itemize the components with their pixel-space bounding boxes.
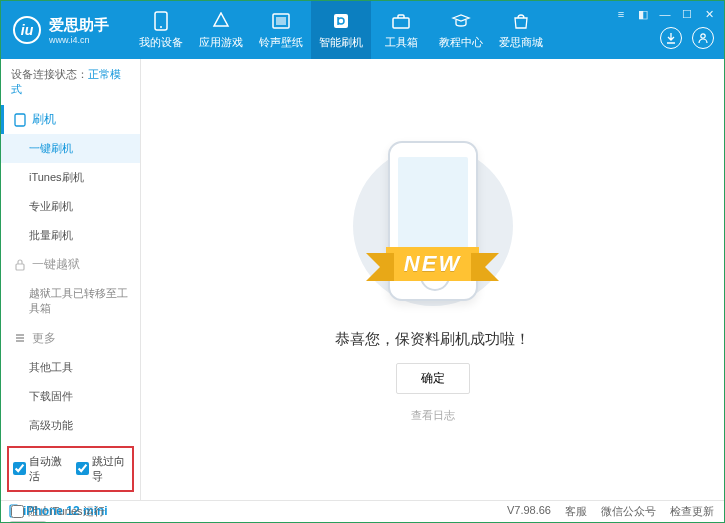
tab-flash[interactable]: 智能刷机 — [311, 1, 371, 59]
nav-tabs: 我的设备 应用游戏 铃声壁纸 智能刷机 工具箱 教程中心 爱思商城 — [131, 1, 551, 59]
phone-small-icon — [14, 113, 26, 127]
success-illustration: NEW — [343, 136, 523, 316]
tab-label: 智能刷机 — [319, 35, 363, 50]
phone-icon — [151, 11, 171, 31]
list-icon — [14, 332, 26, 344]
tutorial-icon — [451, 11, 471, 31]
maximize-icon[interactable]: ☐ — [680, 7, 694, 21]
sidebar-item-pro[interactable]: 专业刷机 — [1, 192, 140, 221]
menu-icon[interactable]: ≡ — [614, 7, 628, 21]
svg-point-1 — [160, 26, 162, 28]
conn-label: 设备连接状态： — [11, 68, 88, 80]
wechat-link[interactable]: 微信公众号 — [601, 504, 656, 519]
main-content: NEW 恭喜您，保资料刷机成功啦！ 确定 查看日志 — [141, 59, 724, 500]
tab-tutorial[interactable]: 教程中心 — [431, 1, 491, 59]
app-url: www.i4.cn — [49, 35, 109, 45]
store-icon — [511, 11, 531, 31]
options-row: 自动激活 跳过向导 — [7, 446, 134, 492]
auto-activate-checkbox[interactable]: 自动激活 — [13, 454, 66, 484]
svg-point-6 — [701, 34, 705, 38]
header-actions — [660, 27, 714, 49]
tab-label: 铃声壁纸 — [259, 35, 303, 50]
svg-rect-4 — [334, 14, 348, 28]
version-label: V7.98.66 — [507, 504, 551, 519]
section-more[interactable]: 更多 — [1, 324, 140, 353]
tab-ringtones[interactable]: 铃声壁纸 — [251, 1, 311, 59]
sidebar-item-itunes[interactable]: iTunes刷机 — [1, 163, 140, 192]
sidebar-item-firmware[interactable]: 下载固件 — [1, 382, 140, 411]
skin-icon[interactable]: ◧ — [636, 7, 650, 21]
sidebar: 设备连接状态：正常模式 刷机 一键刷机 iTunes刷机 专业刷机 批量刷机 一… — [1, 59, 141, 500]
app-header: iu 爱思助手 www.i4.cn 我的设备 应用游戏 铃声壁纸 智能刷机 工具… — [1, 1, 724, 59]
toolbox-icon — [391, 11, 411, 31]
section-label: 更多 — [32, 330, 56, 347]
section-label: 刷机 — [32, 111, 56, 128]
section-jailbreak: 一键越狱 — [1, 250, 140, 279]
skip-setup-checkbox[interactable]: 跳过向导 — [76, 454, 129, 484]
tab-label: 工具箱 — [385, 35, 418, 50]
update-link[interactable]: 检查更新 — [670, 504, 714, 519]
tab-my-device[interactable]: 我的设备 — [131, 1, 191, 59]
sidebar-item-other[interactable]: 其他工具 — [1, 353, 140, 382]
section-flash[interactable]: 刷机 — [1, 105, 140, 134]
tab-label: 爱思商城 — [499, 35, 543, 50]
download-icon[interactable] — [660, 27, 682, 49]
flash-icon — [331, 11, 351, 31]
section-label: 一键越狱 — [32, 256, 80, 273]
app-title: 爱思助手 — [49, 16, 109, 35]
service-link[interactable]: 客服 — [565, 504, 587, 519]
sidebar-item-advanced[interactable]: 高级功能 — [1, 411, 140, 440]
apps-icon — [211, 11, 231, 31]
checkbox-label: 阻止iTunes运行 — [28, 504, 105, 519]
connection-status: 设备连接状态：正常模式 — [1, 59, 140, 105]
close-icon[interactable]: ✕ — [702, 7, 716, 21]
svg-rect-5 — [393, 18, 409, 28]
logo-icon: iu — [13, 16, 41, 44]
ok-button[interactable]: 确定 — [396, 363, 470, 394]
lock-icon — [14, 259, 26, 271]
checkbox-label: 自动激活 — [29, 454, 66, 484]
success-message: 恭喜您，保资料刷机成功啦！ — [335, 330, 530, 349]
view-log-link[interactable]: 查看日志 — [411, 408, 455, 423]
tab-toolbox[interactable]: 工具箱 — [371, 1, 431, 59]
svg-rect-7 — [15, 114, 25, 126]
tab-store[interactable]: 爱思商城 — [491, 1, 551, 59]
user-icon[interactable] — [692, 27, 714, 49]
wallpaper-icon — [271, 11, 291, 31]
logo-area: iu 爱思助手 www.i4.cn — [1, 16, 121, 45]
block-itunes-checkbox[interactable]: 阻止iTunes运行 — [11, 504, 105, 519]
sidebar-item-oneclick[interactable]: 一键刷机 — [1, 134, 140, 163]
checkbox-label: 跳过向导 — [92, 454, 129, 484]
svg-rect-8 — [16, 264, 24, 270]
tab-apps[interactable]: 应用游戏 — [191, 1, 251, 59]
window-controls: ≡ ◧ — ☐ ✕ — [614, 7, 716, 21]
tab-label: 我的设备 — [139, 35, 183, 50]
jailbreak-note: 越狱工具已转移至工具箱 — [1, 279, 140, 324]
new-ribbon: NEW — [386, 247, 479, 281]
svg-rect-3 — [276, 17, 286, 25]
sidebar-item-batch[interactable]: 批量刷机 — [1, 221, 140, 250]
tab-label: 教程中心 — [439, 35, 483, 50]
tab-label: 应用游戏 — [199, 35, 243, 50]
minimize-icon[interactable]: — — [658, 7, 672, 21]
